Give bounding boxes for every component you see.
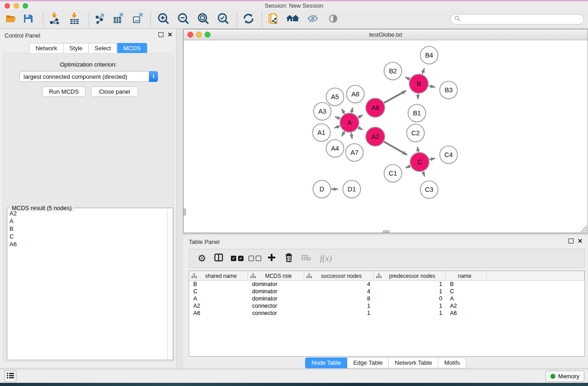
table-cell[interactable]: 1 bbox=[374, 310, 446, 317]
canvas-horizontal-scroll-thumb[interactable] bbox=[383, 230, 389, 233]
tab-style[interactable]: Style bbox=[63, 43, 89, 54]
zoom-selected-button[interactable] bbox=[216, 12, 230, 27]
memory-button[interactable]: Memory bbox=[545, 371, 584, 382]
tab-edge-table[interactable]: Edge Table bbox=[347, 357, 389, 368]
table-cell[interactable]: 1 bbox=[374, 281, 446, 288]
save-session-button[interactable] bbox=[21, 12, 35, 27]
table-cell[interactable]: A bbox=[446, 295, 487, 302]
graph-node-B1[interactable]: B1 bbox=[408, 105, 426, 122]
tab-mcds[interactable]: MCDS bbox=[117, 43, 147, 54]
import-network-button[interactable] bbox=[47, 12, 62, 27]
search-field[interactable] bbox=[450, 14, 584, 24]
table-settings-button[interactable]: ⚙ bbox=[195, 251, 209, 266]
graph-node-C[interactable]: C bbox=[410, 152, 429, 172]
zoom-in-button[interactable] bbox=[156, 12, 171, 27]
table-cell[interactable]: 1 bbox=[304, 310, 374, 317]
zoom-window-button[interactable] bbox=[23, 3, 28, 9]
zoom-fit-button[interactable] bbox=[196, 12, 210, 27]
graph-node-C4[interactable]: C4 bbox=[440, 146, 458, 164]
graph-node-A[interactable]: A bbox=[340, 113, 359, 132]
export-network-button[interactable] bbox=[92, 12, 107, 27]
table-cell[interactable]: A2 bbox=[446, 302, 487, 310]
select-all-button[interactable]: ✓✓ bbox=[230, 251, 244, 266]
graph-edge-A-A5[interactable] bbox=[342, 109, 344, 114]
mcds-result-item[interactable]: B bbox=[7, 225, 167, 233]
close-window-button[interactable] bbox=[5, 3, 10, 9]
graph-edge-C-C3[interactable] bbox=[423, 172, 425, 176]
export-image-button[interactable] bbox=[131, 12, 145, 27]
graph-node-A4[interactable]: A4 bbox=[326, 140, 344, 157]
canvas-vertical-scroll-thumb[interactable] bbox=[184, 209, 186, 215]
zoom-network-button[interactable] bbox=[205, 32, 210, 38]
graph-node-A2[interactable]: A2 bbox=[366, 127, 385, 146]
graph-node-C3[interactable]: C3 bbox=[421, 181, 438, 199]
search-input[interactable] bbox=[461, 16, 583, 23]
graph-edge-A-A2[interactable] bbox=[358, 128, 363, 130]
table-cell[interactable]: A bbox=[189, 295, 248, 302]
table-cell[interactable]: 4 bbox=[304, 281, 374, 288]
home-network-button[interactable] bbox=[286, 12, 300, 27]
network-window-titlebar[interactable]: testGlobe.txt bbox=[184, 29, 588, 40]
table-row[interactable]: Bdominator41B bbox=[189, 281, 584, 288]
table-cell[interactable]: 1 bbox=[374, 288, 446, 295]
graph-edge-C-C4[interactable] bbox=[429, 158, 435, 159]
graph-edge-A-A1[interactable] bbox=[335, 126, 340, 128]
table-row[interactable]: Cdominator41C bbox=[189, 288, 584, 295]
minimize-window-button[interactable] bbox=[14, 3, 19, 9]
graph-edge-A-A6[interactable] bbox=[358, 115, 363, 118]
graph-edge-A-A8[interactable] bbox=[351, 108, 352, 113]
table-cell[interactable]: dominator bbox=[248, 288, 304, 295]
column-header-predecessor-nodes[interactable]: predecessor nodes bbox=[374, 271, 446, 281]
graph-node-D[interactable]: D bbox=[313, 181, 331, 198]
delete-column-button[interactable] bbox=[282, 251, 296, 266]
table-cell[interactable]: A6 bbox=[446, 310, 487, 317]
graph-edge-C-C1[interactable] bbox=[406, 166, 411, 168]
tab-motifs[interactable]: Motifs bbox=[438, 357, 466, 368]
network-canvas[interactable]: A5A8A6A3AA1A2A4A7B2B4BB3B1C2C4CC1C3DD1 bbox=[184, 40, 588, 233]
hide-selected-button[interactable] bbox=[306, 12, 320, 27]
table-cell[interactable]: 4 bbox=[304, 288, 374, 295]
tab-node-table[interactable]: Node Table bbox=[305, 357, 348, 368]
clone-network-button[interactable] bbox=[266, 12, 281, 27]
graph-edge-B-B4[interactable] bbox=[422, 68, 425, 75]
graph-node-D1[interactable]: D1 bbox=[343, 181, 361, 198]
graph-edge-B-B1[interactable] bbox=[418, 94, 418, 100]
close-table-panel-icon[interactable]: ✕ bbox=[578, 238, 583, 243]
table-cell[interactable]: C bbox=[189, 288, 248, 295]
import-table-button[interactable] bbox=[67, 12, 81, 27]
graph-edge-A-A7[interactable] bbox=[351, 133, 352, 139]
graph-node-A1[interactable]: A1 bbox=[313, 124, 330, 142]
graph-node-A6[interactable]: A6 bbox=[366, 98, 385, 117]
result-scrollbar[interactable] bbox=[167, 209, 173, 359]
minimize-network-button[interactable] bbox=[196, 32, 202, 38]
graph-edge-B-B3[interactable] bbox=[429, 86, 435, 87]
table-cell[interactable]: dominator bbox=[248, 295, 304, 302]
mcds-result-item[interactable]: A6 bbox=[7, 240, 167, 248]
column-header-successor-nodes[interactable]: successor nodes bbox=[304, 271, 374, 281]
open-session-button[interactable] bbox=[4, 12, 18, 27]
window-resize-grip[interactable] bbox=[581, 226, 587, 232]
close-network-button[interactable] bbox=[187, 32, 193, 38]
graph-node-C2[interactable]: C2 bbox=[407, 124, 425, 142]
table-cell[interactable]: C bbox=[446, 288, 487, 295]
graph-node-A7[interactable]: A7 bbox=[346, 144, 363, 162]
tab-network[interactable]: Network bbox=[29, 43, 63, 54]
mcds-result-item[interactable]: A2 bbox=[7, 210, 167, 217]
optimization-criterion-dropdown[interactable]: largest connected component (directed) ▲… bbox=[19, 71, 158, 82]
table-row[interactable]: A2connector11A2 bbox=[189, 302, 584, 310]
table-cell[interactable]: 1 bbox=[374, 302, 446, 310]
zoom-out-button[interactable] bbox=[176, 12, 191, 27]
show-hidden-button[interactable] bbox=[326, 12, 340, 27]
graph-edge-A2-C[interactable] bbox=[384, 142, 407, 155]
tab-network-table[interactable]: Network Table bbox=[389, 357, 438, 368]
graph-edge-C-C2[interactable] bbox=[417, 147, 418, 152]
column-header-shared-name[interactable]: shared name bbox=[189, 271, 248, 281]
show-columns-button[interactable] bbox=[211, 251, 226, 266]
float-panel-icon[interactable] bbox=[158, 32, 163, 37]
graph-node-B[interactable]: B bbox=[409, 74, 428, 93]
table-cell[interactable]: connector bbox=[248, 310, 304, 317]
graph-edge-A6-B[interactable] bbox=[384, 91, 406, 103]
task-history-button[interactable] bbox=[5, 371, 16, 382]
table-cell[interactable]: 1 bbox=[304, 302, 374, 310]
graph-edge-B-B2[interactable] bbox=[405, 77, 410, 79]
